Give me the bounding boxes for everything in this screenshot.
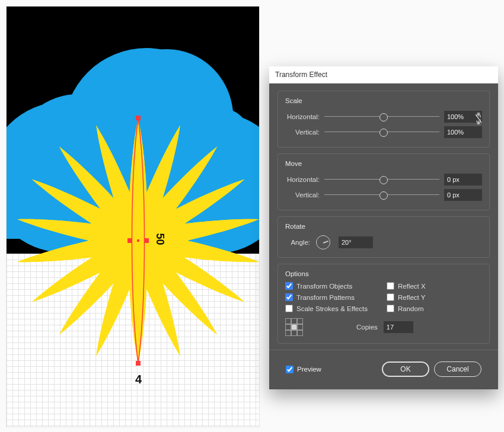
scale-h-slider[interactable] — [324, 112, 439, 121]
checkbox[interactable] — [387, 282, 394, 290]
angle-dial[interactable] — [316, 235, 330, 249]
opt-random[interactable]: Random — [387, 305, 482, 312]
checkbox-label: Scale Strokes & Effects — [296, 305, 368, 312]
scale-v-label: Vertical: — [285, 129, 320, 136]
checkbox-label: Reflect X — [398, 283, 426, 290]
checkbox[interactable] — [285, 305, 293, 312]
section-heading: Move — [285, 160, 482, 167]
copies-input[interactable] — [384, 321, 413, 333]
transform-effect-dialog: Transform Effect Scale Horizontal: Verti… — [269, 66, 498, 389]
checkbox[interactable] — [285, 282, 293, 290]
anchor-handle[interactable] — [136, 116, 141, 120]
rotate-section: Rotate Angle: — [277, 216, 490, 258]
anchor-handle[interactable] — [127, 238, 132, 243]
reference-point-center[interactable] — [291, 324, 297, 330]
section-heading: Rotate — [285, 223, 482, 230]
move-v-label: Vertical: — [285, 191, 320, 199]
angle-label: Angle: — [285, 239, 310, 246]
scale-section: Scale Horizontal: Vertical: — [277, 91, 490, 148]
preview-label: Preview — [297, 366, 321, 373]
checkbox[interactable] — [387, 293, 394, 301]
center-point[interactable] — [137, 239, 139, 242]
checkbox-label: Reflect Y — [398, 294, 425, 301]
opt-scale-strokes[interactable]: Scale Strokes & Effects — [285, 305, 381, 312]
artboard: 50 4 — [6, 6, 260, 427]
section-heading: Scale — [285, 97, 482, 104]
dimension-label-50: 50 — [154, 233, 166, 245]
move-v-slider[interactable] — [324, 190, 439, 200]
checkbox-label: Transform Patterns — [296, 294, 355, 301]
move-section: Move Horizontal: Vertical: — [277, 153, 490, 210]
copies-label: Copies — [356, 324, 378, 331]
cancel-button[interactable]: Cancel — [434, 361, 481, 377]
dimension-label-4: 4 — [135, 373, 142, 386]
section-heading: Options — [285, 270, 482, 277]
opt-transform-objects[interactable]: Transform Objects — [285, 282, 381, 290]
artwork-svg — [7, 7, 259, 427]
checkbox-label: Random — [398, 305, 423, 312]
reference-point-grid[interactable] — [285, 318, 303, 336]
move-h-input[interactable] — [444, 174, 482, 185]
checkbox[interactable] — [387, 305, 394, 312]
angle-input[interactable] — [339, 236, 373, 248]
preview-toggle[interactable]: Preview — [286, 366, 321, 373]
move-h-slider[interactable] — [324, 175, 439, 184]
ok-button[interactable]: OK — [382, 361, 429, 377]
scale-v-input[interactable] — [444, 126, 482, 138]
move-h-label: Horizontal: — [285, 176, 320, 183]
checkbox[interactable] — [285, 293, 293, 301]
move-v-input[interactable] — [444, 189, 482, 201]
scale-v-slider[interactable] — [324, 127, 439, 137]
divider — [269, 350, 498, 350]
dialog-title: Transform Effect — [269, 66, 498, 84]
anchor-handle[interactable] — [144, 238, 149, 243]
anchor-handle[interactable] — [136, 361, 141, 366]
options-section: Options Transform Objects Reflect X Tran… — [277, 264, 490, 344]
opt-reflect-y[interactable]: Reflect Y — [387, 293, 482, 301]
scale-h-label: Horizontal: — [285, 113, 320, 120]
preview-checkbox[interactable] — [286, 366, 294, 373]
checkbox-label: Transform Objects — [296, 283, 352, 290]
opt-transform-patterns[interactable]: Transform Patterns — [285, 293, 381, 301]
opt-reflect-x[interactable]: Reflect X — [387, 282, 482, 290]
constrain-proportions-icon[interactable] — [474, 113, 483, 126]
